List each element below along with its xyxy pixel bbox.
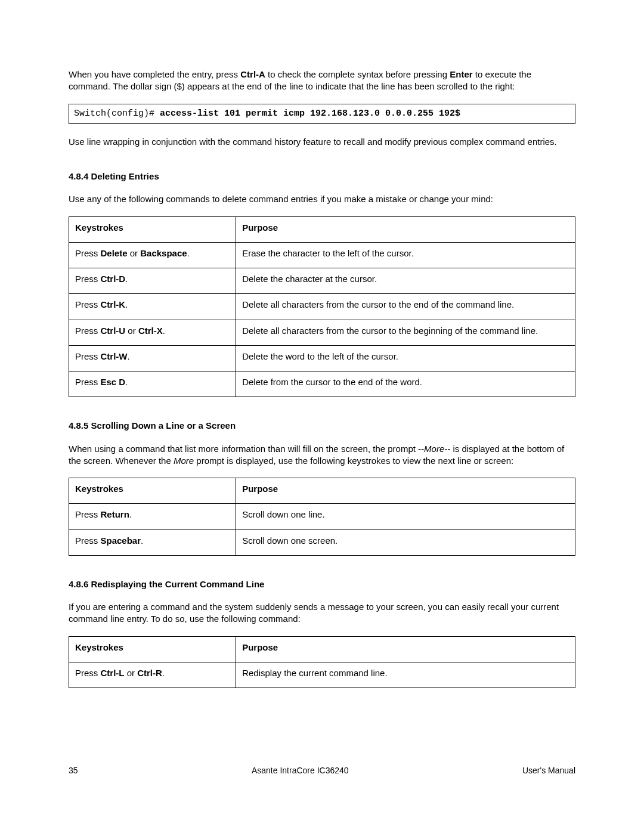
code-command: access-list 101 permit icmp 192.168.123.…: [160, 109, 460, 119]
keystroke-cell: Press Spacebar.: [69, 529, 236, 555]
after-code-paragraph: Use line wrapping in conjunction with th…: [69, 136, 575, 148]
document-page: When you have completed the entry, press…: [0, 0, 644, 833]
footer-doc-title: User's Manual: [522, 765, 575, 776]
keystroke-cell: Press Return.: [69, 504, 236, 529]
header-keystrokes: Keystrokes: [69, 636, 236, 662]
table-row: Press Delete or Backspace. Erase the cha…: [69, 242, 575, 268]
purpose-cell: Delete the word to the left of the curso…: [236, 345, 575, 371]
table-header-row: Keystrokes Purpose: [69, 478, 575, 504]
table-row: Press Ctrl-U or Ctrl-X. Delete all chara…: [69, 320, 575, 345]
table-row: Press Return. Scroll down one line.: [69, 504, 575, 529]
scrolling-table: Keystrokes Purpose Press Return. Scroll …: [69, 478, 575, 556]
intro-mid: to check the complete syntax before pres…: [265, 69, 450, 79]
section-485-heading: 4.8.5 Scrolling Down a Line or a Screen: [69, 420, 575, 432]
purpose-cell: Delete all characters from the cursor to…: [236, 320, 575, 345]
command-code-box: Switch(config)# access-list 101 permit i…: [69, 104, 575, 124]
keystroke-cell: Press Ctrl-K.: [69, 294, 236, 320]
header-purpose: Purpose: [236, 216, 575, 242]
section-484-heading: 4.8.4 Deleting Entries: [69, 171, 575, 182]
purpose-cell: Scroll down one line.: [236, 504, 575, 529]
purpose-cell: Delete all characters from the cursor to…: [236, 294, 575, 320]
table-row: Press Spacebar. Scroll down one screen.: [69, 529, 575, 555]
page-footer: 35 Asante IntraCore IC36240 User's Manua…: [69, 765, 575, 776]
keystroke-cell: Press Ctrl-D.: [69, 268, 236, 294]
intro-key-enter: Enter: [450, 69, 472, 79]
table-row: Press Ctrl-L or Ctrl-R. Redisplay the cu…: [69, 662, 575, 688]
purpose-cell: Redisplay the current command line.: [236, 662, 575, 688]
intro-paragraph: When you have completed the entry, press…: [69, 69, 575, 93]
purpose-cell: Erase the character to the left of the c…: [236, 242, 575, 268]
section-485-intro: When using a command that list more info…: [69, 443, 575, 467]
table-row: Press Ctrl-D. Delete the character at th…: [69, 268, 575, 294]
purpose-cell: Delete the character at the cursor.: [236, 268, 575, 294]
code-prompt: Switch(config)#: [74, 109, 160, 119]
redisplay-table: Keystrokes Purpose Press Ctrl-L or Ctrl-…: [69, 636, 575, 689]
keystroke-cell: Press Ctrl-W.: [69, 345, 236, 371]
header-keystrokes: Keystrokes: [69, 216, 236, 242]
section-486-intro: If you are entering a command and the sy…: [69, 601, 575, 625]
purpose-cell: Scroll down one screen.: [236, 529, 575, 555]
table-row: Press Ctrl-K. Delete all characters from…: [69, 294, 575, 320]
table-header-row: Keystrokes Purpose: [69, 216, 575, 242]
keystroke-cell: Press Delete or Backspace.: [69, 242, 236, 268]
keystroke-cell: Press Esc D.: [69, 371, 236, 397]
footer-product: Asante IntraCore IC36240: [252, 765, 349, 776]
table-row: Press Esc D. Delete from the cursor to t…: [69, 371, 575, 397]
header-purpose: Purpose: [236, 636, 575, 662]
header-purpose: Purpose: [236, 478, 575, 504]
keystroke-cell: Press Ctrl-U or Ctrl-X.: [69, 320, 236, 345]
purpose-cell: Delete from the cursor to the end of the…: [236, 371, 575, 397]
section-484-intro: Use any of the following commands to del…: [69, 193, 575, 205]
table-row: Press Ctrl-W. Delete the word to the lef…: [69, 345, 575, 371]
footer-page-number: 35: [69, 765, 78, 776]
deleting-entries-table: Keystrokes Purpose Press Delete or Backs…: [69, 216, 575, 398]
intro-key-ctrl-a: Ctrl-A: [240, 69, 265, 79]
keystroke-cell: Press Ctrl-L or Ctrl-R.: [69, 662, 236, 688]
section-486-heading: 4.8.6 Redisplaying the Current Command L…: [69, 578, 575, 590]
header-keystrokes: Keystrokes: [69, 478, 236, 504]
table-header-row: Keystrokes Purpose: [69, 636, 575, 662]
intro-pre: When you have completed the entry, press: [69, 69, 240, 79]
